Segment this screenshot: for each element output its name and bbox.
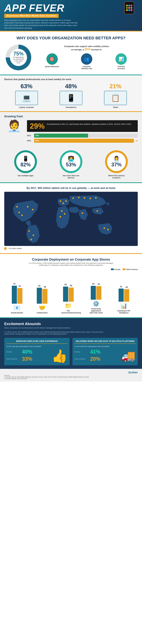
growing-section: Growing Fast: 🧑‍💼 29% of professionals i… <box>0 112 142 147</box>
why-content: 75% of organizations are using iPads in … <box>4 43 138 72</box>
laptop-label: Laptop computer <box>19 106 34 108</box>
why-section: Why Does Your Organization Need Better A… <box>0 32 142 74</box>
val-na-dashboard: 49 <box>126 286 128 288</box>
quota-icon: 🎯 <box>46 53 58 65</box>
svg-rect-7 <box>32 209 33 210</box>
stat-various-locations: 👩‍💼37% Work from various locations <box>105 150 128 179</box>
bar-na-filesync: 55 <box>69 288 74 302</box>
benefit1-europe-row: Europe 40% <box>6 349 49 355</box>
smartphone-label: Smartphone <box>66 106 76 108</box>
svg-rect-10 <box>65 200 67 202</box>
svg-rect-18 <box>95 197 97 198</box>
legend-na: North America <box>123 268 138 270</box>
retention-icon: 👥 <box>81 53 92 65</box>
app-title: APP FEVER <box>4 3 138 13</box>
smartphone-pct: 48% <box>65 83 77 90</box>
bar-fill-na-dashboard <box>124 289 129 302</box>
growing-right: 29% of professionals in the U.S. and Eur… <box>27 120 138 144</box>
growing-title: Growing Fast: <box>4 115 138 118</box>
stat-ring-2: 👩‍💻53% <box>60 150 82 173</box>
legend-dot <box>4 247 6 250</box>
legend-text: = 50 million tablets <box>8 248 22 250</box>
val-europe-email: 70 <box>13 282 15 285</box>
retention-label: Customer retention rate <box>79 66 94 70</box>
benefit2-europe-name: Europe <box>74 351 89 353</box>
bar-na-email: 61 <box>17 288 22 304</box>
bar-fill-europe-collab <box>37 288 42 304</box>
bar-europe-collab: 62 <box>37 288 42 304</box>
big-pct-box: 29% of professionals in the U.S. and Eur… <box>27 120 138 132</box>
benefit2-data: Europe 41% North America 20% 🚚 <box>74 349 136 363</box>
bar-fill-2011: 15% <box>34 134 88 138</box>
bar-pair-collab: 62 58 <box>37 278 47 304</box>
world-map-svg <box>4 192 138 246</box>
forecast-label: Forecast accuracy <box>114 66 128 70</box>
svg-rect-4 <box>21 214 23 216</box>
corp-title: Corporate Deployment on Corporate App St… <box>4 258 138 262</box>
big-pct-num: 29% <box>30 122 45 130</box>
stat-multiple-apps: 📱82% Use multiple apps <box>14 150 37 179</box>
bar-fill-2012: 29% <box>34 139 134 143</box>
collab-label: Collaboration <box>37 312 48 314</box>
tablet-pct: 21% <box>109 83 121 90</box>
val-europe-collab: 62 <box>38 284 40 287</box>
phone-app-4 <box>126 7 128 9</box>
benefit1-europe-pct: 40% <box>22 349 32 355</box>
pie-percent: 75% <box>13 51 24 56</box>
legend-na-box <box>123 268 125 270</box>
stats-circles: 📱82% Use multiple apps 👩‍💻53% Use more t… <box>0 147 142 182</box>
world-map <box>4 192 138 246</box>
bar-pair-dashboard: 51 49 <box>119 276 129 302</box>
bar-pair-productivity: 54 53 <box>91 274 101 300</box>
productivity-label: Productivity applications other than ema… <box>89 308 103 314</box>
bar-year-2012: 2012 <box>27 140 33 142</box>
header-subtitle: Businesses Want More Mobile Sales Soluti… <box>6 14 57 17</box>
benefit2-na-pct: 20% <box>90 356 100 362</box>
stat-ring-val-3: 👩‍💼37% <box>111 156 122 168</box>
worker-figure: 🧑‍💼 <box>7 120 21 132</box>
stat-ring-1: 📱82% <box>14 150 37 173</box>
bar-pair-filesync: 59 55 <box>63 276 74 302</box>
phone-app-2 <box>128 5 130 6</box>
legend-europe: Europe <box>111 268 120 270</box>
svg-rect-6 <box>27 206 28 208</box>
footer: Qvidian Sources: 1 Forrester Feb 14, 201… <box>0 369 142 382</box>
bar-europe-filesync: 59 <box>63 286 68 302</box>
svg-rect-11 <box>61 210 63 212</box>
tablet-icon: 📋 <box>104 91 127 105</box>
excitement-title: Excitement Abounds <box>4 322 138 326</box>
corp-subtitle: In a 2013 survey, 2,258 mobility decisio… <box>28 262 114 266</box>
svg-rect-15 <box>78 197 79 198</box>
stat-ring-val-1: 📱82% <box>20 156 31 168</box>
bar-row-2011: 2011 15% <box>27 134 138 138</box>
stat-ring-val-2: 👩‍💻53% <box>66 156 76 168</box>
legend-europe-label: Europe <box>114 268 120 270</box>
tablet-label: Tablet <box>113 106 118 108</box>
svg-rect-21 <box>104 228 105 229</box>
svg-rect-19 <box>82 212 83 214</box>
bar-europe-productivity: 54 <box>91 286 96 300</box>
legend-europe-box <box>111 268 114 270</box>
benefit-col-2: Delivered more secure data to multiple p… <box>72 338 138 365</box>
stat-multiple-devices: 👩‍💻53% Use more than one devices <box>60 150 82 179</box>
benefits-cols: Improved employee user experience % who … <box>4 338 138 365</box>
big-pct-desc: of professionals in the U.S. and Europe … <box>30 122 135 126</box>
bar-row-2012: 2012 29% ➡ <box>27 139 138 143</box>
stat-caption-2: Use more than one devices <box>61 174 81 179</box>
stat-ring-3: 👩‍💼37% <box>105 150 128 173</box>
svg-rect-5 <box>16 206 18 208</box>
footer-source2: 2 Forrester Mobility Survey Q3 2012 <box>4 378 138 380</box>
bar-europe-email: 70 <box>12 286 17 304</box>
bar-fill-na-email <box>17 288 22 304</box>
stat-caption-1: Use multiple apps <box>18 174 33 177</box>
bar-na-collab: 58 <box>42 289 47 304</box>
bar-fill-europe-dashboard <box>119 288 124 302</box>
bar-group-dashboard: 51 49 📊 Dashboard, KPI Intelligence <box>117 276 131 314</box>
bar-track-2011: 15% <box>34 134 138 138</box>
bar-fill-na-collab <box>42 289 47 304</box>
email-label: Email/calendar <box>11 312 23 314</box>
benefit2-na-row: North America 20% <box>74 356 119 362</box>
svg-rect-22 <box>107 229 109 230</box>
excitement-sub: Many companies are excited about current… <box>4 327 138 329</box>
laptop-pct: 63% <box>21 83 33 90</box>
